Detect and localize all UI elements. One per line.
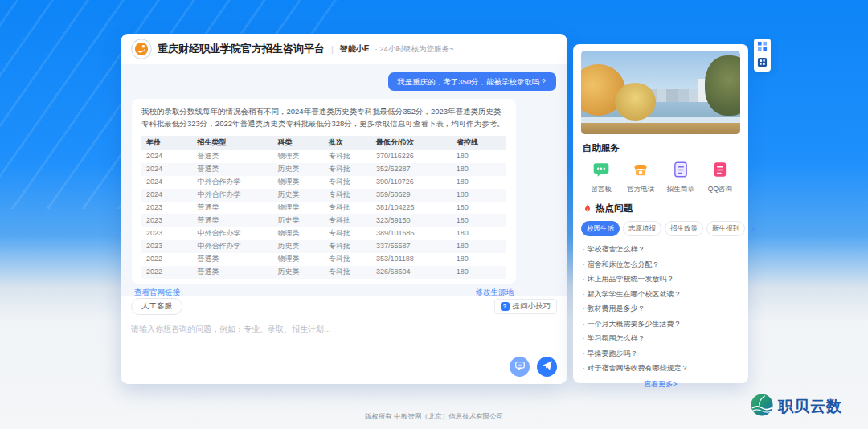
table-cell: 2022 xyxy=(141,253,193,266)
question-item[interactable]: 教材费用是多少？ xyxy=(583,301,739,317)
table-cell: 180 xyxy=(452,163,506,176)
self-service-row: 留言板 官方电话 xyxy=(581,161,740,194)
contact-qr-button[interactable] xyxy=(756,57,768,69)
question-item[interactable]: 学习氛围怎么样？ xyxy=(583,331,739,346)
service-label: QQ咨询 xyxy=(708,185,732,194)
table-cell: 专科批 xyxy=(324,163,371,176)
service-item-brochure[interactable]: 招生简章 xyxy=(662,161,699,194)
qr-code-button[interactable] xyxy=(756,41,768,53)
service-label: 官方电话 xyxy=(627,185,654,194)
table-row: 2024中外合作办学历史类专科批359/50629180 xyxy=(141,189,506,202)
human-agent-button[interactable]: 人工客服 xyxy=(131,298,182,315)
table-cell: 180 xyxy=(452,202,506,214)
table-cell: 180 xyxy=(452,150,506,163)
table-cell: 180 xyxy=(452,214,506,227)
send-plane-icon xyxy=(542,360,553,374)
brand-logo: 职贝云数 xyxy=(750,393,842,420)
tab-policy[interactable]: 招生政策 xyxy=(665,221,703,236)
tab-campus-life[interactable]: 校园生活 xyxy=(581,221,620,236)
photo-yellow-tree xyxy=(615,83,656,121)
table-cell: 专科批 xyxy=(324,240,371,253)
table-cell: 381/104226 xyxy=(371,202,452,214)
table-cell: 2024 xyxy=(141,150,193,163)
table-cell: 历史类 xyxy=(272,163,324,176)
table-cell: 中外合作办学 xyxy=(193,189,273,202)
table-cell: 2024 xyxy=(141,163,193,176)
question-tips-button[interactable]: ? 提问小技巧 xyxy=(494,299,558,314)
table-cell: 353/101188 xyxy=(371,253,452,266)
table-cell: 2024 xyxy=(141,176,193,189)
tab-registration[interactable]: 新生报到 xyxy=(706,221,745,236)
service-item-message-board[interactable]: 留言板 xyxy=(583,161,620,194)
user-message-row: 我是重庆的，考了350分，能被学校录取吗？ xyxy=(132,72,556,91)
table-row: 2022普通类历史类专科批326/58604180 xyxy=(141,266,506,279)
table-header-cell: 科类 xyxy=(272,136,324,150)
table-cell: 337/55587 xyxy=(371,240,452,253)
table-cell: 2024 xyxy=(141,189,193,202)
table-cell: 历史类 xyxy=(272,240,324,253)
title-divider: | xyxy=(331,44,334,54)
table-cell: 180 xyxy=(452,266,506,279)
table-cell: 普通类 xyxy=(193,202,273,214)
table-cell: 180 xyxy=(452,189,506,202)
table-row: 2023普通类历史类专科批323/59150180 xyxy=(141,214,506,227)
chat-panel: 重庆财经职业学院官方招生咨询平台 | 智能小E · 24小时硬核为您服务~ 我是… xyxy=(121,34,567,384)
message-input[interactable] xyxy=(131,324,557,359)
campus-photo xyxy=(581,51,740,134)
table-cell: 2022 xyxy=(141,266,193,279)
table-cell: 专科批 xyxy=(324,189,371,202)
table-cell: 180 xyxy=(452,253,506,266)
send-button-row xyxy=(510,357,557,377)
table-row: 2024普通类物理类专科批370/116226180 xyxy=(141,150,506,163)
brand-name: 职贝云数 xyxy=(778,396,842,417)
question-item[interactable]: 学校宿舍怎么样？ xyxy=(583,242,739,257)
table-cell: 370/116226 xyxy=(371,150,452,163)
tab-application[interactable]: 志愿填报 xyxy=(623,221,661,236)
user-message-bubble: 我是重庆的，考了350分，能被学校录取吗？ xyxy=(388,72,556,91)
table-row: 2024中外合作办学物理类专科批390/110726180 xyxy=(141,176,506,189)
hot-question-tabs: 校园生活 志愿填报 招生政策 新生报到 » xyxy=(581,221,740,236)
table-row: 2023普通类物理类专科批381/104226180 xyxy=(141,202,506,214)
phone-icon xyxy=(632,161,649,182)
service-label: 招生简章 xyxy=(667,185,694,194)
quick-phrases-button[interactable] xyxy=(510,357,530,377)
bot-message-card: 我校的录取分数线每年的情况会稍有不同，2024年普通类历史类专科批最低分352分… xyxy=(132,99,516,283)
tabs-expand-icon[interactable]: » xyxy=(751,224,756,233)
table-cell: 390/110726 xyxy=(371,176,452,189)
table-cell: 中外合作办学 xyxy=(193,240,273,253)
question-item[interactable]: 早操要跑步吗？ xyxy=(583,346,739,362)
chat-toolbar: 人工客服 ? 提问小技巧 xyxy=(121,296,567,317)
question-item[interactable]: 床上用品学校统一发放吗？ xyxy=(583,272,739,287)
page-background: 重庆财经职业学院官方招生咨询平台 | 智能小E · 24小时硬核为您服务~ 我是… xyxy=(0,0,868,429)
question-item[interactable]: 宿舍和床位怎么分配？ xyxy=(583,257,739,272)
question-item[interactable]: 一个月大概需要多少生活费？ xyxy=(583,317,739,332)
table-cell: 323/59150 xyxy=(371,214,452,227)
service-item-qq[interactable]: QQ咨询 xyxy=(702,161,739,194)
table-cell: 180 xyxy=(452,227,506,240)
table-cell: 2023 xyxy=(141,240,193,253)
table-header-cell: 年份 xyxy=(141,136,193,150)
table-cell: 普通类 xyxy=(193,150,273,163)
globe-icon xyxy=(750,393,774,420)
admission-scores-table: 年份招生类型科类批次最低分/位次省控线 2024普通类物理类专科批370/116… xyxy=(141,136,506,279)
qq-consult-icon xyxy=(711,161,729,182)
qr-code-icon xyxy=(757,41,768,54)
sidebar: 自助服务 留言板 xyxy=(573,44,748,383)
chat-message-area[interactable]: 我是重庆的，考了350分，能被学校录取吗？ 我校的录取分数线每年的情况会稍有不同… xyxy=(121,64,567,296)
table-cell: 180 xyxy=(452,176,506,189)
official-site-link[interactable]: 查看官网链接 xyxy=(134,288,180,296)
table-cell: 历史类 xyxy=(272,266,324,279)
service-item-official-phone[interactable]: 官方电话 xyxy=(622,161,659,194)
question-item[interactable]: 对于宿舍网络收费有哪些规定？ xyxy=(583,361,739,376)
question-item[interactable]: 新入学学生在哪个校区就读？ xyxy=(583,287,739,302)
table-cell: 历史类 xyxy=(272,214,324,227)
view-more-link[interactable]: 查看更多> xyxy=(581,379,740,390)
question-tips-label: 提问小技巧 xyxy=(513,301,551,312)
table-header-row: 年份招生类型科类批次最低分/位次省控线 xyxy=(141,136,506,150)
table-cell: 2023 xyxy=(141,214,193,227)
table-cell: 389/101685 xyxy=(371,227,452,240)
table-cell: 普通类 xyxy=(193,214,273,227)
table-cell: 专科批 xyxy=(324,176,371,189)
send-button[interactable] xyxy=(537,357,557,377)
change-region-link[interactable]: 修改生源地 xyxy=(476,288,514,296)
